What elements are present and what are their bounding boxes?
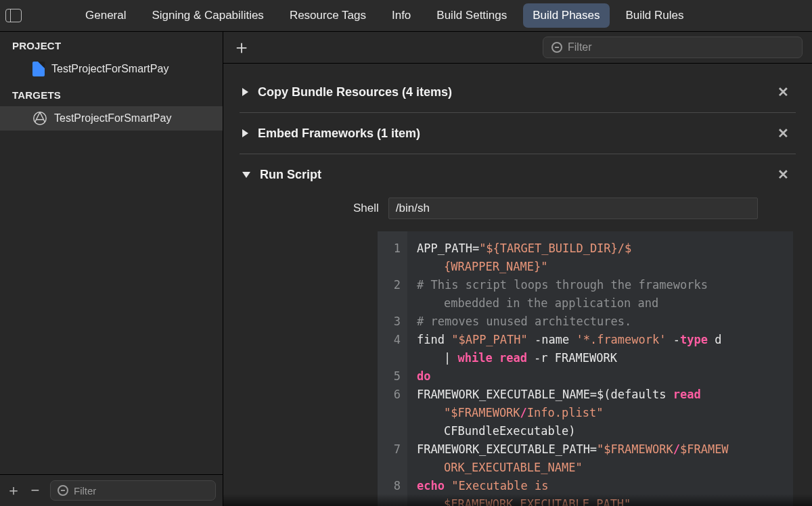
- add-phase-button[interactable]: ＋: [233, 39, 250, 56]
- run-script-body: Shell 1 2 34 56 7 8 APP_PATH="${TARGET_B…: [242, 185, 793, 506]
- shell-row: Shell: [353, 198, 793, 219]
- remove-target-button[interactable]: −: [28, 484, 42, 497]
- remove-phase-button[interactable]: ✕: [773, 81, 793, 103]
- project-row[interactable]: TestProjectForSmartPay: [0, 57, 223, 81]
- project-name: TestProjectForSmartPay: [51, 63, 168, 75]
- phase-header[interactable]: Run Script ✕: [242, 164, 793, 185]
- target-row[interactable]: TestProjectForSmartPay: [0, 106, 223, 131]
- editor-tabbar: GeneralSigning & CapabilitiesResource Ta…: [0, 0, 812, 32]
- phase-embed-frameworks: Embed Frameworks (1 item) ✕: [240, 112, 796, 154]
- phase-copy-bundle-resources: Copy Bundle Resources (4 items) ✕: [240, 72, 796, 112]
- sidebar-filter-input[interactable]: [74, 485, 208, 497]
- content: ＋ Copy Bundle Resources (4 items) ✕ Embe…: [223, 32, 812, 506]
- script-code[interactable]: APP_PATH="${TARGET_BUILD_DIR}/${WRAPPER_…: [407, 231, 793, 506]
- add-target-button[interactable]: ＋: [7, 484, 20, 497]
- disclosure-triangle-icon[interactable]: [242, 129, 248, 137]
- tab-resource-tags[interactable]: Resource Tags: [280, 3, 376, 28]
- main-area: PROJECT TestProjectForSmartPay TARGETS T…: [0, 32, 812, 506]
- panel-toggle-icon[interactable]: [5, 9, 22, 22]
- phases-toolbar: ＋: [223, 32, 812, 64]
- tab-signing-capabilities[interactable]: Signing & Capabilities: [142, 3, 273, 28]
- phase-run-script: Run Script ✕ Shell 1 2 34 56 7 8 APP_PAT…: [240, 154, 796, 506]
- phase-title: Copy Bundle Resources (4 items): [258, 85, 452, 99]
- tab-build-settings[interactable]: Build Settings: [427, 3, 516, 28]
- script-editor[interactable]: 1 2 34 56 7 8 APP_PATH="${TARGET_BUILD_D…: [378, 231, 793, 506]
- phase-title: Embed Frameworks (1 item): [258, 127, 420, 141]
- filter-icon: [551, 42, 562, 53]
- phases-filter[interactable]: [543, 37, 803, 58]
- disclosure-triangle-icon[interactable]: [242, 172, 250, 178]
- phase-title: Run Script: [260, 168, 321, 182]
- phase-header[interactable]: Embed Frameworks (1 item) ✕: [242, 122, 793, 144]
- tab-build-phases[interactable]: Build Phases: [523, 3, 609, 28]
- disclosure-triangle-icon[interactable]: [242, 88, 248, 96]
- editor-tabs: GeneralSigning & CapabilitiesResource Ta…: [76, 3, 694, 28]
- tab-info[interactable]: Info: [382, 3, 420, 28]
- svg-point-0: [34, 112, 46, 124]
- filter-icon: [58, 485, 68, 496]
- project-icon: [32, 62, 45, 76]
- tab-build-rules[interactable]: Build Rules: [616, 3, 694, 28]
- sidebar-footer: ＋ −: [0, 474, 223, 506]
- sidebar-filter[interactable]: [50, 480, 216, 501]
- sidebar-heading-targets: TARGETS: [0, 81, 223, 106]
- phases-filter-input[interactable]: [568, 41, 794, 53]
- app-target-icon: [32, 111, 47, 126]
- shell-input[interactable]: [388, 198, 758, 219]
- sidebar: PROJECT TestProjectForSmartPay TARGETS T…: [0, 32, 223, 506]
- sidebar-heading-project: PROJECT: [0, 32, 223, 57]
- target-name: TestProjectForSmartPay: [54, 112, 171, 124]
- tab-general[interactable]: General: [76, 3, 135, 28]
- remove-phase-button[interactable]: ✕: [773, 164, 793, 185]
- phase-header[interactable]: Copy Bundle Resources (4 items) ✕: [242, 81, 793, 103]
- line-gutter: 1 2 34 56 7 8: [378, 231, 407, 506]
- phases-list: Copy Bundle Resources (4 items) ✕ Embed …: [223, 64, 812, 506]
- shell-label: Shell: [353, 202, 379, 215]
- remove-phase-button[interactable]: ✕: [773, 122, 793, 144]
